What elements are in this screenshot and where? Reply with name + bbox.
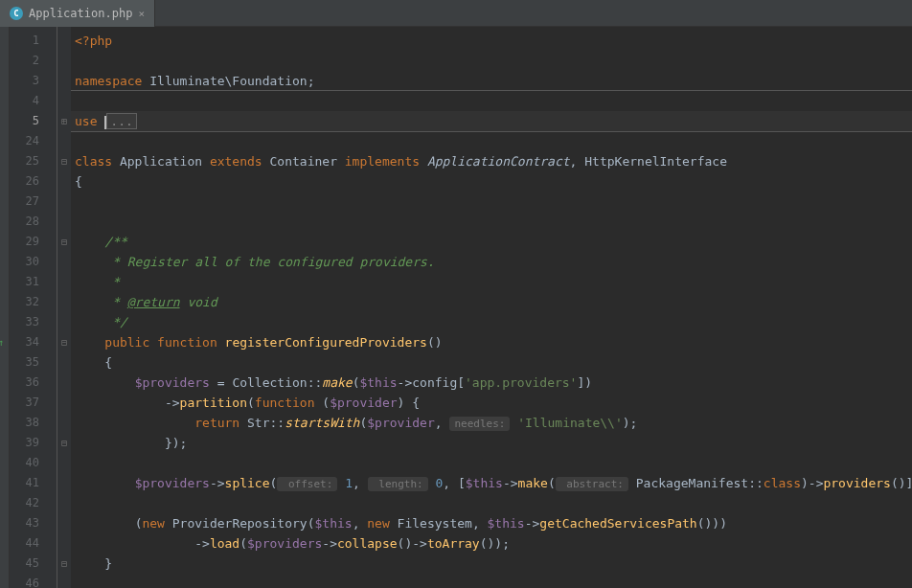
line-number[interactable]: 39 [10, 433, 57, 453]
line-number[interactable]: 29 [10, 232, 57, 252]
tab-label: Application.php [29, 7, 132, 20]
line-number[interactable]: 35 [10, 352, 57, 373]
line-number[interactable]: 45 [10, 554, 57, 574]
fold-marker-area: ⊞ ⊟ ⊟ ⊟ ⊟ ⊟ [57, 27, 71, 588]
line-number[interactable]: 37 [10, 393, 57, 413]
fold-end-icon[interactable]: ⊟ [61, 558, 67, 569]
line-number[interactable]: 24 [10, 131, 57, 151]
line-number[interactable]: 40 [10, 453, 57, 473]
line-number-gutter[interactable]: 1 2 3 4 5 24 25 26 27 28 29 30 31 32 33 … [10, 27, 57, 588]
tab-bar: C Application.php × [0, 0, 912, 27]
line-number[interactable]: 4 [10, 91, 57, 111]
line-number[interactable]: 5 [10, 111, 57, 131]
line-number[interactable]: 33 [10, 312, 57, 332]
line-number[interactable]: 2 [10, 51, 57, 71]
editor-tab[interactable]: C Application.php × [0, 0, 155, 27]
line-number[interactable]: 25 [10, 151, 57, 171]
line-number[interactable]: 31 [10, 272, 57, 292]
fold-collapse-icon[interactable]: ⊟ [61, 156, 67, 167]
close-icon[interactable]: × [138, 8, 145, 20]
line-number[interactable]: o↑34 [10, 332, 57, 352]
left-edge-strip [0, 27, 10, 588]
line-number[interactable]: 36 [10, 373, 57, 393]
line-number[interactable]: 38 [10, 413, 57, 433]
parameter-hint: offset: [277, 477, 337, 491]
line-number[interactable]: 44 [10, 533, 57, 554]
line-number[interactable]: 32 [10, 292, 57, 312]
fold-end-icon[interactable]: ⊟ [61, 438, 67, 448]
file-type-icon: C [10, 7, 23, 20]
line-number[interactable]: 42 [10, 493, 57, 513]
parameter-hint: needles: [449, 417, 510, 431]
line-number[interactable]: 26 [10, 171, 57, 192]
line-number[interactable]: 43 [10, 513, 57, 533]
code-folded-region[interactable]: ... [106, 113, 136, 129]
line-number[interactable]: 28 [10, 212, 57, 232]
editor: 1 2 3 4 5 24 25 26 27 28 29 30 31 32 33 … [0, 27, 912, 588]
line-number[interactable]: 46 [10, 574, 57, 588]
parameter-hint: abstract: [556, 477, 628, 491]
fold-expand-icon[interactable]: ⊞ [61, 116, 67, 126]
line-number[interactable]: 1 [10, 31, 57, 51]
parameter-hint: length: [368, 477, 428, 491]
line-number[interactable]: 30 [10, 252, 57, 272]
code-area[interactable]: <?php namespace Illuminate\Foundation; u… [71, 27, 912, 588]
line-number[interactable]: 3 [10, 71, 57, 91]
line-number[interactable]: 27 [10, 192, 57, 212]
fold-collapse-icon[interactable]: ⊟ [61, 337, 67, 348]
override-marker-icon[interactable]: o↑ [0, 332, 4, 352]
line-number[interactable]: 41 [10, 473, 57, 493]
fold-collapse-icon[interactable]: ⊟ [61, 237, 67, 247]
